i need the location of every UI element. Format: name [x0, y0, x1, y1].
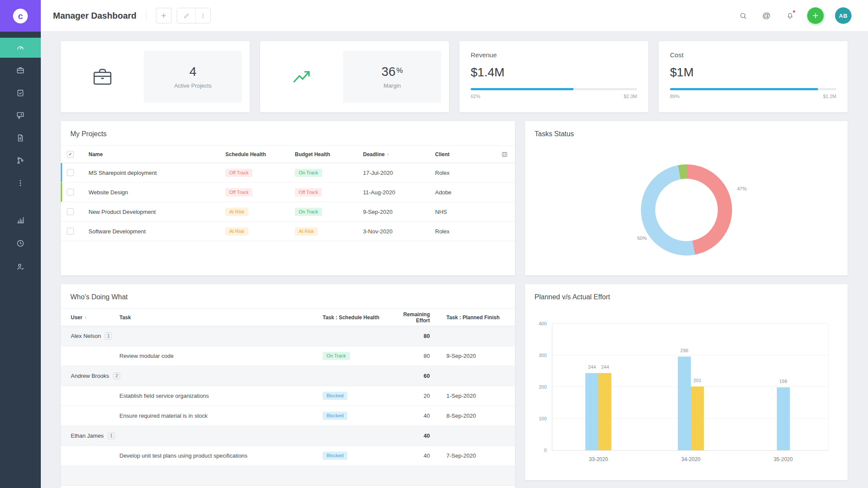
column-header-task-schedule-health[interactable]: Task : Schedule Health [320, 309, 392, 326]
briefcase-icon [61, 65, 144, 88]
group-effort-cell: 80 [392, 326, 430, 346]
status-pill-on-track: On Track [323, 352, 350, 360]
project-name-cell[interactable]: Software Development [80, 222, 217, 241]
project-row[interactable]: Website DesignOff TrackOff Track11-Aug-2… [61, 183, 515, 202]
status-pill-blocked: Blocked [323, 412, 347, 420]
row-checkbox[interactable] [67, 189, 74, 196]
task-row[interactable]: Develop unit test plans using product sp… [61, 446, 515, 466]
add-button[interactable] [156, 8, 172, 23]
project-name-cell[interactable]: MS Sharepoint deployment [80, 163, 217, 183]
donut-hole [655, 179, 718, 241]
project-row[interactable]: Software DevelopmentAt RiskAt Risk3-Nov-… [61, 222, 515, 241]
client-cell: Rolex [426, 222, 494, 241]
bell-notification-icon[interactable] [785, 10, 795, 21]
project-name-cell[interactable]: New Product Development [80, 202, 217, 222]
budget-health-cell: At Risk [286, 222, 354, 241]
app-logo[interactable]: c [0, 0, 41, 32]
column-header-budget-health[interactable]: Budget Health [286, 146, 354, 163]
at-mention-icon[interactable]: @ [761, 10, 772, 21]
column-header-task-planned-finish[interactable]: Task : Planned Finish [430, 309, 515, 326]
task-finish-cell: 9-Sep-2020 [430, 346, 515, 366]
search-icon[interactable] [738, 10, 748, 21]
cost-footer: 89% $1.2M [670, 94, 836, 99]
task-effort-cell: 40 [392, 446, 430, 466]
user-group-row[interactable]: Alex Nelson180 [61, 326, 515, 346]
dashboard-content: 4 Active Projects 36% Margin Revenue $1.… [41, 32, 868, 488]
sidebar-item-clock[interactable] [0, 233, 41, 253]
task-row[interactable]: Review modular codeOn Track809-Sep-2020 [61, 346, 515, 366]
status-pill-at-risk: At Risk [225, 208, 248, 216]
my-projects-table: ✓ Name Schedule Health Budget Health Dea… [61, 145, 515, 241]
more-actions-button[interactable] [195, 8, 210, 23]
empty-cell [494, 222, 515, 241]
client-cell: NHS [426, 202, 494, 222]
health-cell [320, 366, 392, 386]
edit-button[interactable] [177, 8, 195, 23]
empty-cell [320, 466, 392, 486]
select-all-checkbox[interactable]: ✓ [67, 151, 74, 158]
column-header-client[interactable]: Client [426, 146, 494, 163]
project-name-cell[interactable]: Website Design [80, 183, 217, 202]
user-cell [61, 446, 119, 466]
task-row[interactable]: Establish field service organizationsBlo… [61, 386, 515, 406]
finish-cell [430, 426, 515, 446]
sidebar-item-dashboard[interactable] [0, 38, 41, 58]
user-name: Andrew Brooks [71, 373, 109, 379]
margin-card: 36% Margin [260, 41, 449, 112]
sidebar-item-workflow[interactable] [0, 151, 41, 170]
row-checkbox[interactable] [67, 208, 74, 215]
status-pill-off-track: Off Track [225, 169, 252, 177]
cost-progress-fill [670, 88, 818, 90]
column-header-schedule-health[interactable]: Schedule Health [217, 146, 286, 163]
revenue-footer: 62% $2.3M [471, 94, 637, 99]
cost-card: Cost $1M 89% $1.2M [659, 41, 848, 112]
task-finish-cell: 1-Sep-2020 [430, 386, 515, 406]
cost-progress [670, 88, 836, 90]
dashboard-icon [16, 43, 25, 52]
sidebar-item-chart[interactable] [0, 210, 41, 230]
row-checkbox[interactable] [67, 169, 74, 176]
status-pill-on-track: On Track [295, 169, 322, 177]
select-all-header: ✓ [61, 146, 80, 163]
my-projects-panel: My Projects ✓ Name Schedule Health Budge… [61, 121, 515, 275]
whos-doing-what-title: Who's Doing What [61, 284, 515, 308]
column-header-name[interactable]: Name [80, 146, 217, 163]
user-group-row[interactable]: Andrew Brooks260 [61, 366, 515, 386]
group-effort-cell: 60 [392, 366, 430, 386]
column-header-task[interactable]: Task [119, 309, 320, 326]
create-new-button[interactable] [807, 7, 824, 24]
cost-pct-label: 89% [670, 94, 680, 99]
columns-icon [494, 151, 515, 158]
user-check-icon [16, 262, 25, 271]
sidebar-item-briefcase[interactable] [0, 60, 41, 80]
margin-value: 36% [382, 65, 403, 79]
task-name-cell[interactable]: Ensure required material is in stock [119, 406, 320, 426]
task-row[interactable]: Ensure required material is in stockBloc… [61, 406, 515, 426]
column-header-deadline[interactable]: Deadline↑ [354, 146, 426, 163]
avatar[interactable]: AB [835, 7, 851, 24]
empty-cell [494, 163, 515, 183]
project-row[interactable]: MS Sharepoint deploymentOff TrackOn Trac… [61, 163, 515, 183]
sidebar-item-document[interactable] [0, 128, 41, 148]
sort-ascending-icon: ↑ [387, 152, 389, 157]
column-header-user[interactable]: User↑ [61, 309, 119, 326]
sidebar-item-presentation[interactable] [0, 105, 41, 125]
task-name-cell[interactable]: Review modular code [119, 346, 320, 366]
budget-health-cell: On Track [286, 202, 354, 222]
sidebar-item-user-check[interactable] [0, 257, 41, 277]
column-header-remaining-effort[interactable]: Remaining Effort [392, 309, 430, 326]
bar-actual [691, 386, 704, 450]
task-name-cell[interactable]: Develop unit test plans using product sp… [119, 446, 320, 466]
task-name-cell[interactable]: Establish field service organizations [119, 386, 320, 406]
my-projects-body: MS Sharepoint deploymentOff TrackOn Trac… [61, 163, 515, 241]
project-row[interactable]: New Product DevelopmentAt RiskOn Track9-… [61, 202, 515, 222]
column-settings-button[interactable] [494, 146, 515, 163]
group-effort-cell: 40 [392, 426, 430, 446]
sidebar-item-more[interactable] [0, 173, 41, 193]
row-checkbox[interactable] [67, 228, 74, 235]
sidebar-item-clipboard[interactable] [0, 83, 41, 103]
task-count-badge: 1 [108, 432, 115, 439]
user-group-row[interactable]: Ethan James140 [61, 426, 515, 446]
effort-chart-panel: Planned v/s Actual Effort 01002003004003… [525, 284, 848, 480]
sidebar-nav-top [0, 38, 41, 193]
